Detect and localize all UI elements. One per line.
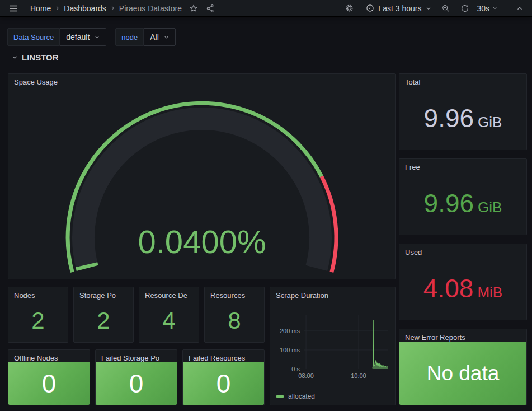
legend-item-allocated[interactable]: allocated — [276, 393, 315, 400]
breadcrumb-home[interactable]: Home — [30, 4, 51, 13]
stat-value: 4 — [162, 309, 175, 333]
gear-icon[interactable] — [343, 2, 356, 15]
stat-background: No data — [399, 342, 526, 405]
divider — [506, 3, 506, 13]
panel-title[interactable]: Free — [399, 159, 526, 171]
breadcrumb-current: Piraeus Datastore — [119, 4, 182, 13]
scrape-duration-chart: 0 s100 ms200 ms08:0010:00 — [270, 287, 396, 405]
svg-text:200 ms: 200 ms — [280, 328, 300, 334]
panel-title[interactable]: Used — [399, 244, 526, 256]
stat-value: 8 — [228, 309, 241, 333]
space-usage-gauge: 0.0400% — [8, 90, 396, 279]
stat-unit: GiB — [478, 115, 502, 129]
chevron-right-icon — [54, 5, 60, 11]
panel-space-usage: Space Usage 0.0400% — [8, 73, 396, 279]
stat-background: 0 — [8, 362, 90, 405]
panel-free: Free 9.96 GiB — [399, 158, 527, 235]
stat-value: 0 — [42, 371, 57, 396]
panel-total: Total 9.96 GiB — [399, 73, 527, 150]
stat-value: 9.96 — [424, 105, 474, 131]
menu-icon[interactable] — [7, 2, 20, 15]
breadcrumb-dashboards[interactable]: Dashboards — [64, 4, 106, 13]
stat-unit: GiB — [478, 200, 502, 214]
refresh-icon[interactable] — [459, 2, 471, 15]
panel-title[interactable]: Resources — [205, 287, 264, 300]
dashboard-variables: Data Source default node All — [7, 28, 185, 46]
chevron-down-icon — [11, 54, 18, 61]
chevron-right-icon — [110, 5, 116, 11]
panel-title[interactable]: Storage Po — [74, 287, 133, 300]
panel-new-error-reports: New Error Reports No data — [399, 329, 527, 405]
share-icon[interactable] — [204, 2, 216, 15]
chevron-down-icon — [94, 34, 100, 40]
star-icon[interactable] — [187, 2, 200, 15]
panel-failed-resources: Failed Resources 0 — [182, 349, 265, 405]
time-range-picker[interactable]: Last 3 hours — [366, 4, 432, 13]
clock-icon — [366, 4, 374, 12]
datasource-variable-select[interactable]: default — [60, 28, 106, 46]
svg-text:0.0400%: 0.0400% — [138, 223, 266, 260]
stat-value: 2 — [31, 309, 44, 333]
stat-value: 4.08 — [423, 275, 474, 301]
stat-unit: MiB — [477, 285, 502, 300]
panel-title[interactable]: Total — [399, 74, 526, 86]
svg-text:08:00: 08:00 — [298, 372, 314, 379]
stat-value: 0 — [216, 371, 231, 396]
chevron-down-icon — [163, 34, 170, 40]
panel-title[interactable]: New Error Reports — [399, 329, 526, 342]
panel-scrape-duration: Scrape Duration 0 s100 ms200 ms08:0010:0… — [270, 287, 396, 405]
panel-storage-pools: Storage Po 2 — [73, 287, 134, 343]
panel-used: Used 4.08 MiB — [399, 244, 527, 320]
datasource-variable-value: default — [66, 32, 90, 41]
refresh-interval-dropdown[interactable]: 30s — [477, 4, 498, 13]
panel-nodes: Nodes 2 — [8, 287, 68, 343]
panel-offline-nodes: Offline Nodes 0 — [8, 349, 90, 405]
row-title: LINSTOR — [22, 53, 59, 62]
stat-value: 0 — [129, 371, 144, 396]
chevron-down-icon — [425, 5, 432, 12]
top-navbar: Home Dashboards Piraeus Datastore — [0, 0, 532, 17]
node-variable-value: All — [150, 32, 159, 41]
svg-text:10:00: 10:00 — [351, 372, 366, 379]
panel-resource-definitions: Resource De 4 — [139, 287, 199, 343]
panel-title[interactable]: Nodes — [8, 287, 68, 300]
stat-background: 0 — [183, 362, 264, 405]
panel-title[interactable]: Space Usage — [8, 74, 395, 86]
svg-text:0 s: 0 s — [291, 366, 300, 372]
row-linstor[interactable]: LINSTOR — [11, 53, 59, 62]
legend-color-chip — [276, 395, 284, 398]
panel-title[interactable]: Resource De — [139, 287, 199, 300]
zoom-out-icon[interactable] — [440, 2, 452, 15]
breadcrumb: Home Dashboards Piraeus Datastore — [30, 4, 182, 13]
datasource-variable-label: Data Source — [7, 28, 60, 46]
time-range-label: Last 3 hours — [378, 4, 421, 13]
panel-title[interactable]: Offline Nodes — [8, 350, 90, 362]
node-variable-select[interactable]: All — [144, 28, 176, 46]
stat-background: 0 — [96, 362, 177, 405]
panel-title[interactable]: Failed Storage Po — [96, 350, 177, 362]
legend-label: allocated — [288, 393, 315, 400]
node-variable-label: node — [115, 28, 144, 46]
panel-resources: Resources 8 — [204, 287, 265, 343]
chevron-down-icon — [492, 5, 498, 11]
stat-value: 9.96 — [424, 190, 474, 216]
stat-value: 2 — [97, 309, 110, 333]
panel-failed-storage-pools: Failed Storage Po 0 — [95, 349, 177, 405]
panel-title[interactable]: Failed Resources — [183, 350, 264, 362]
stat-value: No data — [427, 362, 500, 385]
svg-text:100 ms: 100 ms — [280, 347, 300, 353]
refresh-interval-label: 30s — [477, 4, 489, 13]
collapse-navbar-icon[interactable] — [514, 3, 525, 14]
